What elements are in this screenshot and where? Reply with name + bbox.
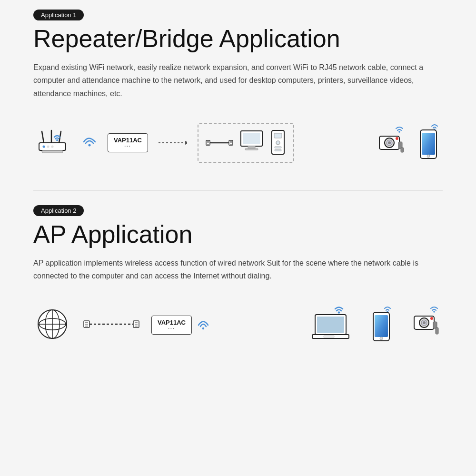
connection-dots-1 — [159, 138, 187, 148]
svg-point-35 — [396, 137, 398, 140]
svg-point-65 — [380, 337, 383, 340]
vap-group-2: VAP11AC ··· — [151, 313, 212, 337]
svg-rect-22 — [243, 133, 260, 144]
phone-icon-2 — [369, 303, 396, 347]
svg-point-41 — [427, 155, 430, 158]
svg-point-7 — [51, 145, 54, 148]
svg-rect-24 — [245, 149, 258, 150]
ethernet-cable-2 — [83, 315, 140, 336]
svg-point-56 — [202, 327, 204, 329]
desc-application1: Expand existing WiFi network, easily rea… — [33, 61, 443, 100]
wifi-signal-left — [80, 130, 99, 156]
desc-application2: AP application implements wireless acces… — [33, 257, 443, 282]
router-icon — [33, 123, 71, 163]
vap-device-2: VAP11AC ··· — [151, 316, 192, 335]
svg-rect-23 — [248, 146, 255, 149]
svg-point-27 — [276, 141, 280, 145]
svg-rect-64 — [375, 315, 388, 337]
svg-point-30 — [398, 131, 400, 133]
svg-point-71 — [430, 317, 433, 320]
badge-application1: Application 1 — [33, 10, 84, 20]
title-application2: AP Application — [33, 221, 443, 248]
svg-marker-11 — [185, 141, 187, 145]
svg-rect-40 — [422, 133, 435, 155]
page-container: Application 1 Repeater/Bridge Applicatio… — [0, 0, 476, 387]
camera-icon — [372, 123, 408, 163]
svg-point-70 — [423, 321, 426, 324]
svg-rect-29 — [275, 149, 281, 151]
svg-point-5 — [43, 145, 45, 148]
svg-point-34 — [388, 141, 391, 144]
svg-point-66 — [433, 311, 435, 313]
phone-icon-1 — [416, 120, 443, 165]
vap-device-1: VAP11AC ··· — [108, 133, 148, 152]
svg-rect-61 — [324, 336, 334, 337]
svg-rect-73 — [436, 327, 438, 334]
badge-application2: Application 2 — [33, 205, 84, 216]
svg-point-57 — [338, 311, 340, 313]
globe-icon — [33, 305, 71, 345]
camera-icon-2 — [407, 303, 443, 347]
laptop-icon — [310, 304, 358, 347]
svg-point-3 — [56, 139, 58, 141]
svg-point-6 — [47, 145, 50, 148]
computer-group — [198, 123, 294, 163]
svg-rect-37 — [401, 148, 404, 152]
section1: Application 1 Repeater/Bridge Applicatio… — [33, 10, 443, 171]
svg-line-0 — [42, 131, 44, 143]
title-application1: Repeater/Bridge Application — [33, 25, 443, 52]
svg-rect-8 — [42, 150, 63, 153]
svg-rect-26 — [274, 133, 282, 138]
svg-rect-28 — [275, 147, 281, 148]
diagram-repeater: VAP11AC ··· — [33, 114, 443, 171]
section-divider — [33, 190, 443, 191]
svg-point-9 — [89, 144, 91, 146]
diagram-ap: VAP11AC ··· — [33, 297, 443, 354]
section2: Application 2 AP Application AP applicat… — [33, 205, 443, 354]
svg-rect-59 — [317, 317, 344, 333]
